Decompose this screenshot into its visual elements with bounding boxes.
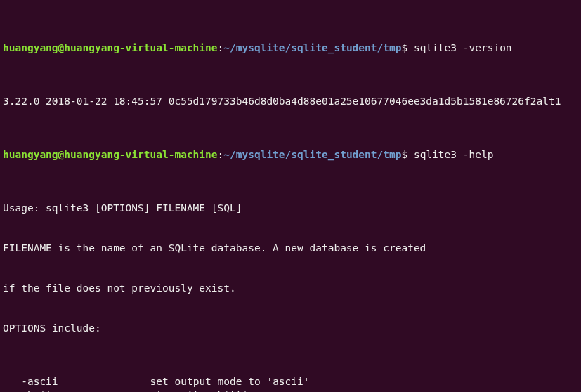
options-header: OPTIONS include:: [3, 322, 578, 335]
cwd-path: ~/mysqlite/sqlite_student/tmp: [223, 149, 401, 160]
option-row: -ascii set output mode to 'ascii': [3, 375, 578, 388]
options-list: -ascii set output mode to 'ascii' -bail …: [3, 375, 578, 392]
cwd-path: ~/mysqlite/sqlite_student/tmp: [223, 42, 401, 53]
option-flag: -ascii: [21, 376, 58, 387]
command-input[interactable]: sqlite3 -help: [414, 149, 494, 160]
dollar: $: [401, 149, 413, 160]
option-desc: set output mode to 'ascii': [150, 376, 310, 387]
prompt-line-1[interactable]: huangyang@huangyang-virtual-machine:~/my…: [3, 41, 578, 55]
dollar: $: [401, 42, 413, 53]
option-desc: stop after hitting an error: [150, 389, 316, 392]
usage-line: Usage: sqlite3 [OPTIONS] FILENAME [SQL]: [3, 202, 578, 215]
desc-line-2: if the file does not previously exist.: [3, 282, 578, 295]
version-output: 3.22.0 2018-01-22 18:45:57 0c55d179733b4…: [3, 95, 578, 108]
desc-line-1: FILENAME is the name of an SQLite databa…: [3, 242, 578, 255]
terminal-window[interactable]: huangyang@huangyang-virtual-machine:~/my…: [0, 0, 581, 392]
user-host: huangyang@huangyang-virtual-machine: [3, 149, 218, 160]
separator: :: [218, 149, 224, 160]
prompt-line-2[interactable]: huangyang@huangyang-virtual-machine:~/my…: [3, 148, 578, 162]
command-input[interactable]: sqlite3 -version: [414, 42, 512, 53]
separator: :: [218, 42, 224, 53]
user-host: huangyang@huangyang-virtual-machine: [3, 42, 218, 53]
option-row: -bail stop after hitting an error: [3, 388, 578, 392]
option-flag: -bail: [21, 389, 52, 392]
